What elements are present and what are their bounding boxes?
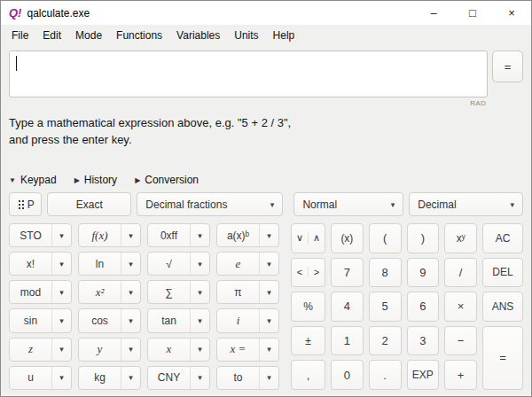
key-imaginary-dropdown-icon[interactable]: ▾ bbox=[260, 309, 278, 331]
key-currency-cny-dropdown-icon[interactable]: ▾ bbox=[191, 367, 209, 389]
key-unit-u-label[interactable]: u bbox=[10, 367, 52, 389]
key-history-up-down[interactable]: ∨∧ bbox=[291, 223, 325, 253]
key-sqrt-label[interactable]: √ bbox=[148, 253, 191, 275]
key-cos-dropdown-icon[interactable]: ▾ bbox=[121, 309, 140, 331]
key-unit-u-dropdown-icon[interactable]: ▾ bbox=[52, 367, 71, 389]
key-decimal-point[interactable]: . bbox=[369, 360, 402, 390]
key-digit-6[interactable]: 6 bbox=[407, 292, 440, 322]
key-digit-9[interactable]: 9 bbox=[407, 258, 440, 288]
key-hex-dropdown-icon[interactable]: ▾ bbox=[191, 224, 209, 246]
key-unit-kg-label[interactable]: kg bbox=[79, 367, 121, 389]
key-tan-dropdown-icon[interactable]: ▾ bbox=[191, 309, 209, 331]
exact-mode-button[interactable]: Exact bbox=[47, 192, 131, 216]
key-cos[interactable]: cos▾ bbox=[78, 308, 141, 332]
key-unit-u[interactable]: u▾ bbox=[9, 366, 72, 390]
key-var-z[interactable]: z▾ bbox=[9, 338, 72, 362]
key-comma[interactable]: , bbox=[291, 360, 325, 390]
expander-conversion[interactable]: ▶Conversion bbox=[135, 174, 199, 186]
key-sqrt-dropdown-icon[interactable]: ▾ bbox=[191, 253, 209, 275]
key-sto-dropdown-icon[interactable]: ▾ bbox=[52, 224, 71, 246]
key-ln-dropdown-icon[interactable]: ▾ bbox=[121, 253, 140, 275]
key-digit-5[interactable]: 5 bbox=[369, 292, 402, 322]
key-currency-cny-label[interactable]: CNY bbox=[148, 367, 191, 389]
key-sin-label[interactable]: sin bbox=[10, 309, 52, 331]
key-tan-label[interactable]: tan bbox=[148, 309, 191, 331]
key-mod-label[interactable]: mod bbox=[10, 281, 52, 303]
menu-mode[interactable]: Mode bbox=[68, 27, 109, 44]
maximize-icon[interactable]: □ bbox=[453, 1, 492, 25]
minimize-icon[interactable]: – bbox=[414, 1, 453, 25]
key-multiply[interactable]: × bbox=[444, 292, 477, 322]
key-ln[interactable]: ln▾ bbox=[78, 252, 141, 276]
key-convert-to[interactable]: to▾ bbox=[216, 366, 279, 390]
key-a-x-b[interactable]: a(x)ᵇ▾ bbox=[216, 223, 279, 247]
key-digit-4[interactable]: 4 bbox=[331, 292, 364, 322]
key-factorial[interactable]: x!▾ bbox=[9, 252, 72, 276]
key-sum-dropdown-icon[interactable]: ▾ bbox=[191, 281, 209, 303]
key-imaginary[interactable]: i▾ bbox=[216, 308, 279, 332]
key-history-up-down-1[interactable]: ∧ bbox=[309, 232, 325, 244]
key-square[interactable]: x²▾ bbox=[78, 280, 141, 304]
key-e-constant-label[interactable]: e bbox=[217, 253, 260, 275]
key-cursor-left-right-0[interactable]: < bbox=[292, 267, 309, 277]
key-digit-7[interactable]: 7 bbox=[331, 258, 364, 288]
number-base-combo[interactable]: Decimal ▾ bbox=[409, 192, 523, 216]
key-factorial-label[interactable]: x! bbox=[10, 253, 52, 275]
key-a-x-b-label[interactable]: a(x)ᵇ bbox=[217, 224, 260, 246]
key-ln-label[interactable]: ln bbox=[79, 253, 121, 275]
expander-keypad[interactable]: ▼Keypad bbox=[9, 174, 57, 186]
close-icon[interactable]: × bbox=[492, 1, 531, 25]
key-pi-label[interactable]: π bbox=[217, 281, 260, 303]
key-plus-minus[interactable]: ± bbox=[291, 326, 325, 356]
key-sin[interactable]: sin▾ bbox=[9, 308, 72, 332]
menu-functions[interactable]: Functions bbox=[109, 27, 169, 44]
key-hex-label[interactable]: 0xff bbox=[148, 224, 191, 246]
key-currency-cny[interactable]: CNY▾ bbox=[147, 366, 210, 390]
key-unit-kg[interactable]: kg▾ bbox=[78, 366, 141, 390]
key-function-label[interactable]: f(x) bbox=[79, 224, 121, 246]
key-open-paren[interactable]: ( bbox=[369, 223, 402, 253]
key-mod[interactable]: mod▾ bbox=[9, 280, 72, 304]
key-imaginary-label[interactable]: i bbox=[217, 309, 260, 331]
key-percent[interactable]: % bbox=[291, 292, 325, 322]
key-all-clear[interactable]: AC bbox=[482, 223, 523, 253]
key-sin-dropdown-icon[interactable]: ▾ bbox=[52, 309, 71, 331]
key-e-constant[interactable]: e▾ bbox=[216, 252, 279, 276]
key-square-label[interactable]: x² bbox=[79, 281, 121, 303]
key-square-dropdown-icon[interactable]: ▾ bbox=[121, 281, 140, 303]
key-function[interactable]: f(x)▾ bbox=[78, 223, 141, 247]
key-var-z-label[interactable]: z bbox=[10, 339, 52, 361]
key-history-up-down-0[interactable]: ∨ bbox=[292, 232, 309, 244]
menu-help[interactable]: Help bbox=[266, 27, 302, 44]
key-unit-kg-dropdown-icon[interactable]: ▾ bbox=[121, 367, 140, 389]
menu-edit[interactable]: Edit bbox=[35, 27, 68, 44]
key-tan[interactable]: tan▾ bbox=[147, 308, 210, 332]
key-add[interactable]: + bbox=[444, 360, 477, 390]
key-x-equals-label[interactable]: x = bbox=[217, 339, 260, 361]
key-cursor-left-right[interactable]: <> bbox=[291, 258, 325, 288]
key-e-constant-dropdown-icon[interactable]: ▾ bbox=[260, 253, 278, 275]
key-var-x-dropdown-icon[interactable]: ▾ bbox=[191, 339, 209, 361]
key-sum[interactable]: ∑▾ bbox=[147, 280, 210, 304]
key-close-paren[interactable]: ) bbox=[407, 223, 440, 253]
key-var-x[interactable]: x▾ bbox=[147, 338, 210, 362]
key-delete[interactable]: DEL bbox=[482, 258, 523, 288]
key-digit-2[interactable]: 2 bbox=[369, 326, 402, 356]
menu-variables[interactable]: Variables bbox=[169, 27, 227, 44]
keypad-type-button[interactable]: P bbox=[9, 192, 42, 216]
expression-input[interactable] bbox=[9, 51, 488, 97]
key-pi-dropdown-icon[interactable]: ▾ bbox=[260, 281, 278, 303]
key-answer[interactable]: ANS bbox=[482, 292, 523, 322]
key-digit-1[interactable]: 1 bbox=[331, 326, 364, 356]
key-cursor-left-right-1[interactable]: > bbox=[309, 267, 325, 277]
key-convert-to-dropdown-icon[interactable]: ▾ bbox=[260, 367, 278, 389]
key-a-x-b-dropdown-icon[interactable]: ▾ bbox=[260, 224, 278, 246]
calculate-button[interactable]: = bbox=[492, 51, 523, 82]
key-sqrt[interactable]: √▾ bbox=[147, 252, 210, 276]
key-parentheses-x[interactable]: (x) bbox=[331, 223, 364, 253]
fraction-mode-combo[interactable]: Decimal fractions ▾ bbox=[137, 192, 283, 216]
key-function-dropdown-icon[interactable]: ▾ bbox=[121, 224, 140, 246]
key-power[interactable]: xʸ bbox=[444, 223, 477, 253]
display-mode-combo[interactable]: Normal ▾ bbox=[293, 192, 403, 216]
key-var-z-dropdown-icon[interactable]: ▾ bbox=[52, 339, 71, 361]
